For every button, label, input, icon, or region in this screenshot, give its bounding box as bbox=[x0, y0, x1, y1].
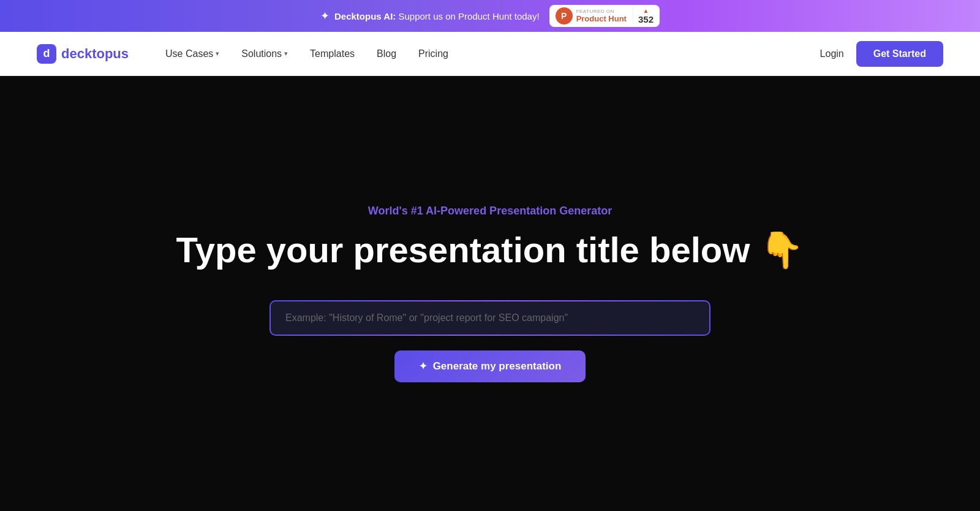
presentation-title-input[interactable] bbox=[271, 301, 709, 335]
banner-brand: Decktopus AI: Support us on Product Hunt… bbox=[334, 11, 540, 21]
chevron-down-icon: ▾ bbox=[284, 50, 288, 58]
top-banner: ✦ Decktopus AI: Support us on Product Hu… bbox=[0, 0, 980, 32]
product-hunt-badge[interactable]: P FEATURED ON Product Hunt ▲ 352 bbox=[549, 5, 660, 27]
hero-section: World's #1 AI-Powered Presentation Gener… bbox=[0, 76, 980, 511]
banner-brand-name: Decktopus AI: bbox=[334, 11, 396, 21]
chevron-down-icon: ▾ bbox=[216, 50, 219, 58]
ph-logo-letter: P bbox=[561, 11, 567, 21]
generate-sparkle-icon: ✦ bbox=[419, 360, 427, 372]
ph-count-number: 352 bbox=[638, 14, 654, 25]
nav-actions: Login Get Started bbox=[820, 41, 943, 67]
ph-featured-text: FEATURED ON bbox=[576, 9, 627, 14]
nav-item-use-cases[interactable]: Use Cases ▾ bbox=[165, 48, 219, 59]
nav-links: Use Cases ▾ Solutions ▾ Templates Blog P… bbox=[165, 48, 820, 59]
logo-letter: d bbox=[43, 47, 50, 60]
nav-item-use-cases-label: Use Cases bbox=[165, 48, 213, 59]
get-started-button[interactable]: Get Started bbox=[856, 41, 943, 67]
ph-arrow-icon: ▲ bbox=[643, 7, 649, 14]
nav-item-templates-label: Templates bbox=[310, 48, 355, 59]
nav-item-solutions[interactable]: Solutions ▾ bbox=[241, 48, 288, 59]
logo-icon: d bbox=[37, 44, 56, 64]
nav-item-pricing-label: Pricing bbox=[418, 48, 448, 59]
logo-text: decktopus bbox=[61, 46, 129, 62]
banner-text: ✦ Decktopus AI: Support us on Product Hu… bbox=[320, 9, 540, 23]
generate-button-label: Generate my presentation bbox=[433, 360, 562, 373]
logo-link[interactable]: d decktopus bbox=[37, 44, 129, 64]
login-button[interactable]: Login bbox=[820, 48, 844, 59]
hero-input-wrapper bbox=[270, 300, 710, 336]
nav-item-blog-label: Blog bbox=[377, 48, 396, 59]
ph-count-block: ▲ 352 bbox=[633, 7, 654, 25]
navbar: d decktopus Use Cases ▾ Solutions ▾ Temp… bbox=[0, 32, 980, 76]
nav-item-blog[interactable]: Blog bbox=[377, 48, 396, 59]
sparkle-icon: ✦ bbox=[320, 9, 330, 23]
generate-presentation-button[interactable]: ✦ Generate my presentation bbox=[394, 350, 586, 382]
nav-item-pricing[interactable]: Pricing bbox=[418, 48, 448, 59]
ph-logo: P bbox=[556, 7, 573, 25]
hero-title: Type your presentation title below 👇 bbox=[176, 230, 804, 271]
hero-subtitle: World's #1 AI-Powered Presentation Gener… bbox=[368, 205, 612, 218]
ph-text-block: FEATURED ON Product Hunt bbox=[576, 9, 627, 23]
ph-name-text: Product Hunt bbox=[576, 14, 627, 23]
nav-item-templates[interactable]: Templates bbox=[310, 48, 355, 59]
banner-brand-suffix: Support us on Product Hunt today! bbox=[398, 11, 539, 21]
nav-item-solutions-label: Solutions bbox=[241, 48, 282, 59]
